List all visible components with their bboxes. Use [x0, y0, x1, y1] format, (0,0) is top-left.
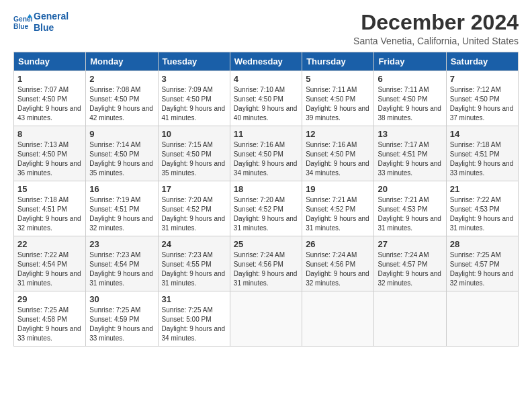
- day-number: 11: [234, 129, 298, 139]
- day-number: 12: [306, 129, 370, 139]
- header-row: Sunday Monday Tuesday Wednesday Thursday…: [14, 52, 519, 71]
- calendar-cell: 14Sunrise: 7:18 AMSunset: 4:51 PMDayligh…: [446, 126, 518, 181]
- calendar-cell: 3Sunrise: 7:09 AMSunset: 4:50 PMDaylight…: [158, 71, 230, 126]
- calendar-cell: 12Sunrise: 7:16 AMSunset: 4:50 PMDayligh…: [302, 126, 374, 181]
- day-info: Sunrise: 7:22 AMSunset: 4:53 PMDaylight:…: [450, 196, 514, 232]
- calendar-cell: 25Sunrise: 7:24 AMSunset: 4:56 PMDayligh…: [230, 236, 302, 291]
- day-number: 7: [450, 74, 515, 84]
- day-info: Sunrise: 7:18 AMSunset: 4:51 PMDaylight:…: [450, 141, 514, 177]
- calendar-cell: 5Sunrise: 7:11 AMSunset: 4:50 PMDaylight…: [302, 71, 374, 126]
- day-number: 22: [17, 239, 82, 249]
- day-info: Sunrise: 7:24 AMSunset: 4:56 PMDaylight:…: [306, 251, 369, 287]
- calendar-cell: 11Sunrise: 7:16 AMSunset: 4:50 PMDayligh…: [230, 126, 302, 181]
- day-info: Sunrise: 7:07 AMSunset: 4:50 PMDaylight:…: [17, 86, 81, 122]
- day-info: Sunrise: 7:24 AMSunset: 4:56 PMDaylight:…: [234, 251, 298, 287]
- calendar-week-4: 22Sunrise: 7:22 AMSunset: 4:54 PMDayligh…: [14, 236, 519, 291]
- calendar-week-2: 8Sunrise: 7:13 AMSunset: 4:50 PMDaylight…: [14, 126, 519, 181]
- col-sunday: Sunday: [14, 52, 86, 71]
- day-number: 2: [89, 74, 154, 84]
- calendar-cell: 13Sunrise: 7:17 AMSunset: 4:51 PMDayligh…: [374, 126, 446, 181]
- col-friday: Friday: [374, 52, 446, 71]
- day-info: Sunrise: 7:10 AMSunset: 4:50 PMDaylight:…: [234, 86, 298, 122]
- calendar-cell: 9Sunrise: 7:14 AMSunset: 4:50 PMDaylight…: [86, 126, 158, 181]
- day-info: Sunrise: 7:25 AMSunset: 4:59 PMDaylight:…: [89, 306, 153, 342]
- calendar-cell: 2Sunrise: 7:08 AMSunset: 4:50 PMDaylight…: [86, 71, 158, 126]
- calendar-cell: 15Sunrise: 7:18 AMSunset: 4:51 PMDayligh…: [14, 181, 86, 236]
- calendar-cell: 17Sunrise: 7:20 AMSunset: 4:52 PMDayligh…: [158, 181, 230, 236]
- calendar-cell: 7Sunrise: 7:12 AMSunset: 4:50 PMDaylight…: [446, 71, 518, 126]
- calendar-cell: 29Sunrise: 7:25 AMSunset: 4:58 PMDayligh…: [14, 291, 86, 347]
- day-info: Sunrise: 7:24 AMSunset: 4:57 PMDaylight:…: [378, 251, 441, 287]
- calendar-cell: 6Sunrise: 7:11 AMSunset: 4:50 PMDaylight…: [374, 71, 446, 126]
- calendar-cell: 8Sunrise: 7:13 AMSunset: 4:50 PMDaylight…: [14, 126, 86, 181]
- day-info: Sunrise: 7:23 AMSunset: 4:54 PMDaylight:…: [89, 251, 153, 287]
- svg-text:Blue: Blue: [13, 23, 29, 30]
- day-info: Sunrise: 7:20 AMSunset: 4:52 PMDaylight:…: [234, 196, 298, 232]
- calendar-cell: 30Sunrise: 7:25 AMSunset: 4:59 PMDayligh…: [86, 291, 158, 347]
- calendar-cell: [446, 291, 518, 347]
- calendar-cell: 1Sunrise: 7:07 AMSunset: 4:50 PMDaylight…: [14, 71, 86, 126]
- calendar-cell: 4Sunrise: 7:10 AMSunset: 4:50 PMDaylight…: [230, 71, 302, 126]
- calendar-cell: [302, 291, 374, 347]
- calendar-cell: 19Sunrise: 7:21 AMSunset: 4:52 PMDayligh…: [302, 181, 374, 236]
- calendar-cell: [374, 291, 446, 347]
- day-info: Sunrise: 7:25 AMSunset: 4:58 PMDaylight:…: [17, 306, 81, 342]
- col-monday: Monday: [86, 52, 158, 71]
- day-number: 17: [162, 184, 226, 194]
- day-info: Sunrise: 7:21 AMSunset: 4:52 PMDaylight:…: [306, 196, 369, 232]
- day-number: 5: [306, 74, 370, 84]
- header: General Blue General Blue December 2024 …: [13, 11, 519, 46]
- day-number: 14: [450, 129, 515, 139]
- day-info: Sunrise: 7:25 AMSunset: 5:00 PMDaylight:…: [162, 306, 226, 342]
- calendar-table: Sunday Monday Tuesday Wednesday Thursday…: [13, 52, 519, 347]
- day-number: 19: [306, 184, 370, 194]
- day-number: 18: [234, 184, 298, 194]
- calendar-week-1: 1Sunrise: 7:07 AMSunset: 4:50 PMDaylight…: [14, 71, 519, 126]
- day-number: 28: [450, 239, 515, 249]
- calendar-cell: 26Sunrise: 7:24 AMSunset: 4:56 PMDayligh…: [302, 236, 374, 291]
- calendar-cell: 28Sunrise: 7:25 AMSunset: 4:57 PMDayligh…: [446, 236, 518, 291]
- calendar-cell: 21Sunrise: 7:22 AMSunset: 4:53 PMDayligh…: [446, 181, 518, 236]
- day-number: 3: [162, 74, 226, 84]
- day-number: 27: [378, 239, 442, 249]
- day-number: 23: [89, 239, 154, 249]
- logo-line2: Blue: [34, 22, 69, 34]
- title-block: December 2024 Santa Venetia, California,…: [353, 11, 519, 46]
- day-number: 13: [378, 129, 442, 139]
- day-number: 6: [378, 74, 442, 84]
- day-info: Sunrise: 7:19 AMSunset: 4:51 PMDaylight:…: [89, 196, 153, 232]
- day-number: 26: [306, 239, 370, 249]
- calendar-cell: 23Sunrise: 7:23 AMSunset: 4:54 PMDayligh…: [86, 236, 158, 291]
- calendar-cell: 18Sunrise: 7:20 AMSunset: 4:52 PMDayligh…: [230, 181, 302, 236]
- day-info: Sunrise: 7:11 AMSunset: 4:50 PMDaylight:…: [306, 86, 369, 122]
- day-info: Sunrise: 7:16 AMSunset: 4:50 PMDaylight:…: [234, 141, 298, 177]
- day-info: Sunrise: 7:25 AMSunset: 4:57 PMDaylight:…: [450, 251, 514, 287]
- calendar-cell: 24Sunrise: 7:23 AMSunset: 4:55 PMDayligh…: [158, 236, 230, 291]
- day-info: Sunrise: 7:16 AMSunset: 4:50 PMDaylight:…: [306, 141, 369, 177]
- calendar-body: 1Sunrise: 7:07 AMSunset: 4:50 PMDaylight…: [14, 71, 519, 347]
- calendar-cell: 20Sunrise: 7:21 AMSunset: 4:53 PMDayligh…: [374, 181, 446, 236]
- day-info: Sunrise: 7:09 AMSunset: 4:50 PMDaylight:…: [162, 86, 226, 122]
- day-info: Sunrise: 7:23 AMSunset: 4:55 PMDaylight:…: [162, 251, 226, 287]
- day-number: 15: [17, 184, 82, 194]
- day-info: Sunrise: 7:17 AMSunset: 4:51 PMDaylight:…: [378, 141, 441, 177]
- day-info: Sunrise: 7:08 AMSunset: 4:50 PMDaylight:…: [89, 86, 153, 122]
- day-info: Sunrise: 7:13 AMSunset: 4:50 PMDaylight:…: [17, 141, 81, 177]
- logo: General Blue General Blue: [13, 11, 69, 34]
- day-info: Sunrise: 7:11 AMSunset: 4:50 PMDaylight:…: [378, 86, 441, 122]
- col-wednesday: Wednesday: [230, 52, 302, 71]
- day-info: Sunrise: 7:20 AMSunset: 4:52 PMDaylight:…: [162, 196, 226, 232]
- day-number: 16: [89, 184, 154, 194]
- calendar-cell: 22Sunrise: 7:22 AMSunset: 4:54 PMDayligh…: [14, 236, 86, 291]
- logo-icon: General Blue: [13, 13, 32, 32]
- day-info: Sunrise: 7:21 AMSunset: 4:53 PMDaylight:…: [378, 196, 441, 232]
- day-number: 31: [162, 294, 226, 304]
- calendar-cell: 10Sunrise: 7:15 AMSunset: 4:50 PMDayligh…: [158, 126, 230, 181]
- day-number: 25: [234, 239, 298, 249]
- calendar-cell: 27Sunrise: 7:24 AMSunset: 4:57 PMDayligh…: [374, 236, 446, 291]
- calendar-cell: 16Sunrise: 7:19 AMSunset: 4:51 PMDayligh…: [86, 181, 158, 236]
- calendar-week-5: 29Sunrise: 7:25 AMSunset: 4:58 PMDayligh…: [14, 291, 519, 347]
- day-info: Sunrise: 7:15 AMSunset: 4:50 PMDaylight:…: [162, 141, 226, 177]
- logo-line1: General: [34, 11, 69, 22]
- day-info: Sunrise: 7:14 AMSunset: 4:50 PMDaylight:…: [89, 141, 153, 177]
